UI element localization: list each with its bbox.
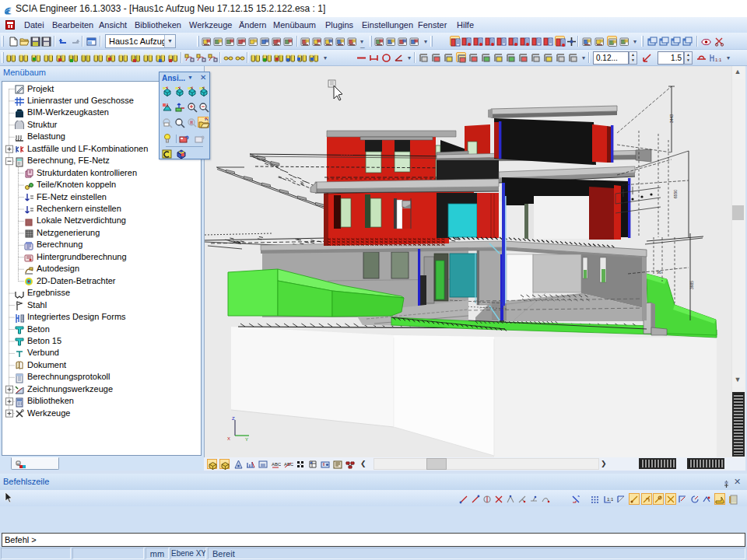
svg-text:6550: 6550 <box>673 190 678 198</box>
svg-text:q: q <box>17 461 19 466</box>
svg-text:96: 96 <box>657 270 661 275</box>
svg-text:X: X <box>227 436 230 441</box>
svg-text:3443: 3443 <box>669 114 674 123</box>
svg-text:Y: Y <box>245 437 248 442</box>
svg-text:3985: 3985 <box>689 281 694 289</box>
svg-text:1:1: 1:1 <box>607 497 613 502</box>
svg-text:1:10: 1:10 <box>715 58 721 62</box>
svg-text:ABC: ABC <box>272 462 281 467</box>
svg-text:Z: Z <box>232 416 235 421</box>
